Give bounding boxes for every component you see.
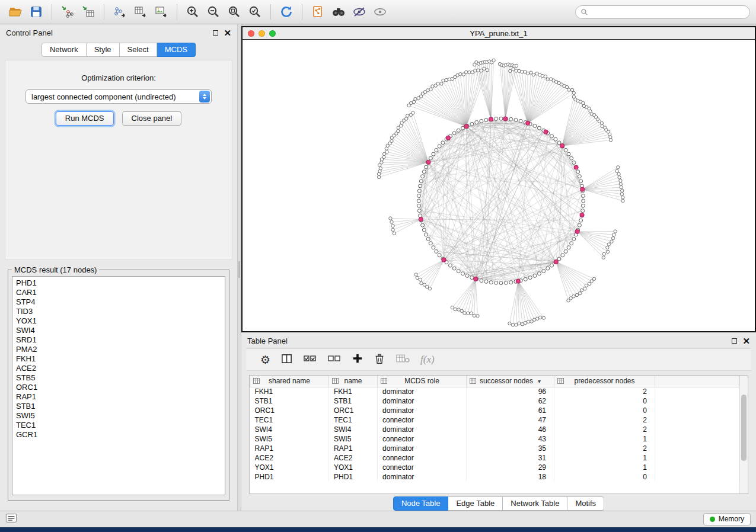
mcds-result-item[interactable]: YOX1	[12, 316, 225, 326]
column-header-successor_nodes[interactable]: successor nodes▾	[467, 376, 554, 387]
cell-shared_name[interactable]: STB1	[250, 396, 329, 406]
zoom-selected-icon[interactable]	[245, 3, 264, 21]
table-settings-gear-icon[interactable]: ⚙	[260, 354, 270, 366]
close-panel-button[interactable]: Close panel	[122, 111, 182, 126]
search-input[interactable]	[591, 8, 745, 16]
mcds-result-item[interactable]: FKH1	[12, 354, 225, 364]
cell-predecessor_nodes[interactable]: 2	[554, 387, 655, 396]
zoom-fit-icon[interactable]	[225, 3, 244, 21]
cell-successor_nodes[interactable]: 62	[467, 396, 554, 406]
close-panel-icon[interactable]: ✕	[224, 30, 231, 36]
cell-mcds_role[interactable]: dominator	[378, 396, 467, 406]
mcds-result-item[interactable]: STP4	[12, 297, 225, 307]
tab-motifs[interactable]: Motifs	[567, 496, 604, 511]
tab-style[interactable]: Style	[87, 43, 120, 57]
cell-mcds_role[interactable]: dominator	[378, 444, 467, 453]
export-table-icon[interactable]	[131, 3, 150, 21]
cell-predecessor_nodes[interactable]: 0	[554, 396, 655, 406]
tab-node-table[interactable]: Node Table	[393, 496, 449, 511]
table-row[interactable]: YOX1YOX1connector291	[250, 463, 739, 472]
cell-predecessor_nodes[interactable]: 0	[554, 472, 655, 482]
cell-successor_nodes[interactable]: 18	[467, 472, 554, 482]
table-row[interactable]: SWI5SWI5connector431	[250, 434, 739, 444]
tab-mcds[interactable]: MCDS	[157, 43, 196, 57]
column-header-name[interactable]: name	[329, 376, 378, 387]
show-graphics-details-icon[interactable]	[371, 3, 390, 21]
column-header-predecessor_nodes[interactable]: predecessor nodes	[554, 376, 655, 387]
cell-name[interactable]: STB1	[329, 396, 378, 406]
mcds-result-item[interactable]: PHD1	[12, 278, 225, 288]
column-header-mcds_role[interactable]: MCDS role	[378, 376, 467, 387]
table-row[interactable]: PHD1PHD1dominator180	[250, 472, 739, 482]
cell-name[interactable]: RAP1	[329, 444, 378, 453]
table-scrollbar[interactable]	[739, 376, 748, 493]
unselect-all-columns-icon[interactable]	[327, 352, 342, 367]
minimize-window-icon[interactable]	[259, 30, 265, 37]
zoom-out-icon[interactable]	[204, 3, 223, 21]
import-network-icon[interactable]	[58, 3, 77, 21]
cell-mcds_role[interactable]: connector	[378, 453, 467, 463]
show-columns-icon[interactable]	[280, 352, 293, 367]
close-panel-icon[interactable]: ✕	[742, 338, 750, 344]
mcds-result-list[interactable]: PHD1CAR1STP4TID3YOX1SWI4SRD1PMA2FKH1ACE2…	[12, 276, 225, 495]
table-row[interactable]: FKH1FKH1dominator962	[250, 387, 739, 396]
mcds-result-item[interactable]: CAR1	[12, 288, 225, 297]
network-analyzer-icon[interactable]	[308, 3, 327, 21]
select-all-columns-icon[interactable]	[303, 352, 317, 367]
splitter-handle-icon[interactable]	[238, 261, 240, 278]
cell-shared_name[interactable]: FKH1	[250, 387, 329, 396]
mcds-result-item[interactable]: STB1	[12, 402, 225, 411]
first-neighbors-icon[interactable]	[329, 3, 348, 21]
cell-shared_name[interactable]: RAP1	[250, 444, 329, 453]
memory-button[interactable]: Memory	[703, 513, 751, 525]
open-folder-icon[interactable]	[6, 3, 25, 21]
table-row[interactable]: RAP1RAP1dominator352	[250, 444, 739, 453]
cell-name[interactable]: ACE2	[329, 453, 378, 463]
cell-predecessor_nodes[interactable]: 1	[554, 434, 655, 444]
cell-name[interactable]: FKH1	[329, 387, 378, 396]
close-window-icon[interactable]	[248, 30, 254, 37]
cell-successor_nodes[interactable]: 29	[467, 463, 554, 472]
export-image-icon[interactable]	[152, 3, 171, 21]
mcds-result-item[interactable]: STB5	[12, 373, 225, 383]
tab-network-table[interactable]: Network Table	[503, 496, 567, 511]
cell-predecessor_nodes[interactable]: 0	[554, 406, 655, 415]
vertical-splitter[interactable]	[237, 24, 241, 511]
mcds-result-item[interactable]: RAP1	[12, 392, 225, 402]
cell-successor_nodes[interactable]: 43	[467, 434, 554, 444]
save-icon[interactable]	[27, 3, 46, 21]
refresh-icon[interactable]	[277, 3, 296, 21]
cell-shared_name[interactable]: ORC1	[250, 406, 329, 415]
cell-name[interactable]: ORC1	[329, 406, 378, 415]
mcds-result-item[interactable]: SRD1	[12, 335, 225, 345]
cell-predecessor_nodes[interactable]: 2	[554, 425, 655, 434]
table-row[interactable]: TEC1TEC1connector472	[250, 415, 739, 425]
cell-successor_nodes[interactable]: 96	[467, 387, 554, 396]
maximize-window-icon[interactable]	[269, 30, 276, 37]
cell-predecessor_nodes[interactable]: 1	[554, 453, 655, 463]
cell-name[interactable]: YOX1	[329, 463, 378, 472]
cell-shared_name[interactable]: SWI5	[250, 434, 329, 444]
cell-name[interactable]: SWI4	[329, 425, 378, 434]
task-history-icon[interactable]	[5, 513, 17, 525]
create-column-icon[interactable]	[352, 352, 363, 367]
cell-successor_nodes[interactable]: 61	[467, 406, 554, 415]
optimization-criterion-select[interactable]: largest connected component (undirected)	[25, 89, 212, 104]
cell-mcds_role[interactable]: connector	[378, 434, 467, 444]
cell-successor_nodes[interactable]: 35	[467, 444, 554, 453]
table-row[interactable]: STB1STB1dominator620	[250, 396, 739, 406]
search-box[interactable]	[575, 5, 750, 19]
mcds-result-item[interactable]: TEC1	[12, 421, 225, 430]
cell-name[interactable]: SWI5	[329, 434, 378, 444]
tab-network[interactable]: Network	[42, 43, 87, 57]
hide-graphics-details-icon[interactable]	[350, 3, 369, 21]
cell-mcds_role[interactable]: connector	[378, 463, 467, 472]
mcds-result-item[interactable]: SWI5	[12, 411, 225, 421]
tab-select[interactable]: Select	[120, 43, 157, 57]
cell-mcds_role[interactable]: dominator	[378, 425, 467, 434]
delete-columns-icon[interactable]	[374, 352, 385, 367]
cell-mcds_role[interactable]: dominator	[378, 472, 467, 482]
table-scrollbar-thumb[interactable]	[741, 395, 747, 461]
cell-shared_name[interactable]: SWI4	[250, 425, 329, 434]
float-panel-icon[interactable]	[213, 30, 218, 36]
